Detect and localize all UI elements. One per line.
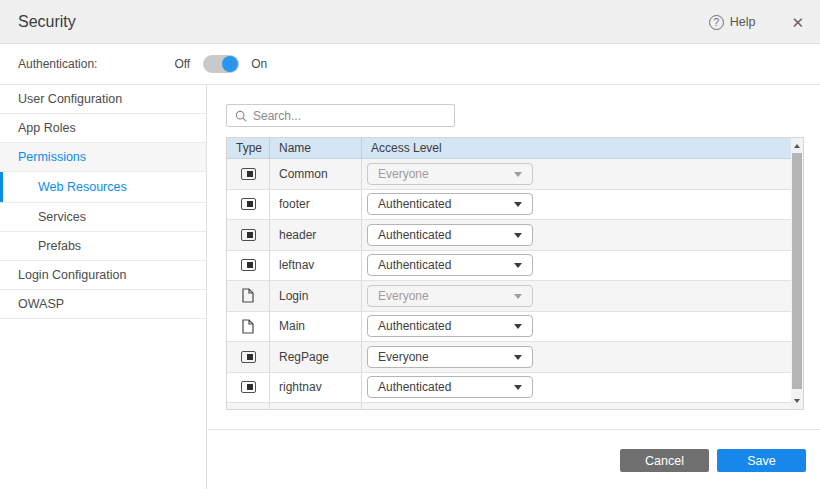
table-row[interactable]: rightnavAuthenticated	[227, 373, 791, 404]
scroll-up-arrow-icon[interactable]	[791, 140, 803, 152]
dropdown-selected-value: Authenticated	[378, 380, 451, 394]
dropdown-selected-value: Everyone	[378, 289, 429, 303]
access-level-cell: Everyone	[362, 281, 791, 311]
access-level-dropdown[interactable]: Authenticated	[367, 193, 533, 215]
toggle-knob	[222, 56, 238, 72]
access-level-dropdown[interactable]: Authenticated	[367, 315, 533, 337]
chevron-down-icon	[514, 263, 522, 268]
access-level-cell: Authenticated	[362, 220, 791, 250]
chevron-down-icon	[514, 324, 522, 329]
dropdown-selected-value: Everyone	[378, 350, 429, 364]
dropdown-selected-value: Authenticated	[378, 197, 451, 211]
column-header-type: Type	[227, 138, 270, 158]
security-dialog: Security ? Help ✕ Authentication: Off On…	[0, 0, 820, 489]
table-row[interactable]: headerAuthenticated	[227, 220, 791, 251]
column-header-name: Name	[270, 138, 362, 158]
grid-header: Type Name Access Level	[227, 138, 791, 159]
sidebar-item-label: Login Configuration	[18, 268, 126, 282]
chevron-down-icon	[514, 355, 522, 360]
type-cell	[227, 373, 270, 403]
type-cell	[227, 251, 270, 281]
sidebar-item-label: User Configuration	[18, 92, 122, 106]
table-row[interactable]: leftnavAuthenticated	[227, 251, 791, 282]
chevron-down-icon	[514, 233, 522, 238]
sidebar-item-permissions[interactable]: Permissions	[0, 143, 206, 172]
name-cell: Main	[270, 312, 362, 342]
help-label: Help	[730, 15, 756, 29]
access-level-dropdown[interactable]: Authenticated	[367, 376, 533, 398]
access-level-cell: Authenticated	[362, 251, 791, 281]
type-cell	[227, 159, 270, 189]
name-cell: header	[270, 220, 362, 250]
sidebar-item-app-roles[interactable]: App Roles	[0, 114, 206, 143]
table-row[interactable]: CommonEveryone	[227, 159, 791, 190]
sidebar-item-label: OWASP	[18, 297, 64, 311]
page-icon	[242, 288, 254, 303]
main-panel: Type Name Access Level CommonEveryonefoo…	[208, 85, 820, 489]
authentication-bar: Authentication: Off On	[0, 44, 820, 85]
sidebar-item-label: Web Resources	[38, 180, 127, 194]
type-cell	[227, 220, 270, 250]
partial-icon	[241, 229, 256, 241]
page-title: Security	[18, 13, 76, 31]
sidebar-item-services[interactable]: Services	[0, 203, 206, 232]
access-level-dropdown[interactable]: Authenticated	[367, 224, 533, 246]
dropdown-selected-value: Everyone	[378, 167, 429, 181]
column-header-access-level: Access Level	[362, 138, 791, 158]
table-row[interactable]: RegPageEveryone	[227, 342, 791, 373]
dropdown-selected-value: Authenticated	[378, 258, 451, 272]
help-icon: ?	[709, 15, 724, 30]
table-row[interactable]: MainAuthenticated	[227, 312, 791, 343]
name-cell: leftnav	[270, 251, 362, 281]
name-cell: footer	[270, 190, 362, 220]
toggle-on-label: On	[251, 57, 267, 71]
access-level-dropdown: Everyone	[367, 163, 533, 185]
access-level-dropdown[interactable]: Authenticated	[367, 254, 533, 276]
partial-icon	[241, 198, 256, 210]
page-icon	[242, 319, 254, 334]
type-cell	[227, 281, 270, 311]
grid-scrollbar[interactable]	[791, 138, 803, 409]
toggle-off-label: Off	[174, 57, 190, 71]
sidebar-item-prefabs[interactable]: Prefabs	[0, 232, 206, 261]
partial-icon	[241, 259, 256, 271]
access-level-cell: Everyone	[362, 342, 791, 372]
title-bar: Security ? Help ✕	[0, 0, 820, 44]
sidebar-item-user-configuration[interactable]: User Configuration	[0, 85, 206, 114]
chevron-down-icon	[514, 385, 522, 390]
close-icon[interactable]: ✕	[791, 15, 804, 30]
sidebar-item-web-resources[interactable]: Web Resources	[0, 172, 206, 203]
chevron-down-icon	[514, 294, 522, 299]
authentication-toggle[interactable]	[203, 55, 239, 73]
search-input[interactable]	[253, 109, 433, 123]
type-cell	[227, 312, 270, 342]
help-button[interactable]: ? Help	[709, 15, 756, 30]
dropdown-selected-value: Authenticated	[378, 228, 451, 242]
chevron-down-icon	[514, 172, 522, 177]
table-row[interactable]: LoginEveryone	[227, 281, 791, 312]
name-cell: Common	[270, 159, 362, 189]
sidebar-item-label: Permissions	[18, 150, 86, 164]
name-cell: RegPage	[270, 342, 362, 372]
name-cell: Login	[270, 281, 362, 311]
type-cell	[227, 403, 270, 409]
access-level-cell: Authenticated	[362, 190, 791, 220]
sidebar-item-owasp[interactable]: OWASP	[0, 290, 206, 319]
table-row[interactable]: footerAuthenticated	[227, 190, 791, 221]
cancel-button[interactable]: Cancel	[620, 449, 709, 472]
access-level-dropdown[interactable]: Everyone	[367, 346, 533, 368]
table-row-partial[interactable]	[227, 403, 791, 409]
search-box[interactable]	[226, 104, 455, 127]
access-level-cell: Authenticated	[362, 312, 791, 342]
scrollbar-thumb[interactable]	[792, 153, 802, 389]
scroll-down-arrow-icon[interactable]	[791, 395, 803, 407]
sidebar: User ConfigurationApp RolesPermissionsWe…	[0, 85, 207, 489]
access-level-cell: Authenticated	[362, 373, 791, 403]
name-cell: rightnav	[270, 373, 362, 403]
sidebar-item-login-configuration[interactable]: Login Configuration	[0, 261, 206, 290]
sidebar-item-label: Services	[38, 210, 86, 224]
save-button[interactable]: Save	[717, 449, 806, 472]
type-cell	[227, 190, 270, 220]
dropdown-selected-value: Authenticated	[378, 319, 451, 333]
access-level-dropdown: Everyone	[367, 285, 533, 307]
